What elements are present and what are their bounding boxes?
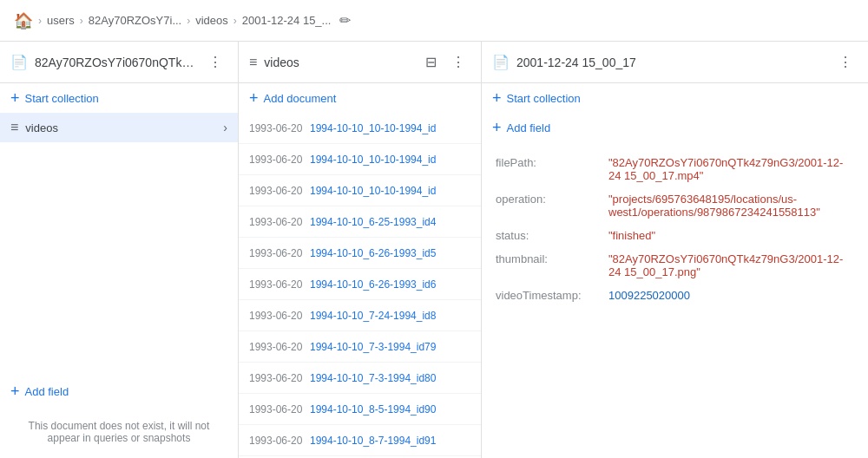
doc-name: 1994-10-10_6-25-1993_id4 <box>310 216 436 228</box>
main-layout: 📄 82Ay70RZOsY7i0670nQTk4z79nG3 ⋮ + Start… <box>0 42 868 458</box>
field-value: "projects/695763648195/locations/us-west… <box>608 193 854 219</box>
start-collection-label-right: Start collection <box>507 92 581 105</box>
doc-date: 1993-06-20 <box>249 185 310 197</box>
field-key: filePath: <box>496 156 608 169</box>
panel-left-title: 82Ay70RZOsY7i0670nQTk4z79nG3 <box>35 56 196 69</box>
add-document-label: Add document <box>264 92 337 105</box>
list-item[interactable]: 1993-06-201994-10-10_8-7-1994_id91 <box>239 425 481 456</box>
doc-date: 1993-06-20 <box>249 278 310 291</box>
breadcrumb-bar: 🏠 › users › 82Ay70RZOsY7i... › videos › … <box>0 0 868 42</box>
field-value: "82Ay70RZOsY7i0670nQTk4z79nG3/2001-12-24… <box>608 252 854 278</box>
breadcrumb-user-id[interactable]: 82Ay70RZOsY7i... <box>89 14 181 27</box>
list-item[interactable]: 1993-06-201994-10-10_7-3-1994_id79 <box>239 331 481 363</box>
plus-icon-field-left: + <box>10 383 20 399</box>
plus-icon-add-field-right: + <box>492 120 502 135</box>
add-document-button[interactable]: + Add document <box>239 83 481 113</box>
field-row: filePath:"82Ay70RZOsY7i0670nQTk4z79nG3/2… <box>496 156 854 182</box>
panel-left: 📄 82Ay70RZOsY7i0670nQTk4z79nG3 ⋮ + Start… <box>0 42 239 458</box>
filter-button[interactable]: ⊟ <box>418 50 443 75</box>
plus-icon-left: + <box>10 90 20 106</box>
field-value: "finished" <box>608 229 655 242</box>
field-key: status: <box>496 229 608 242</box>
panel-mid: ≡ videos ⊟ ⋮ + Add document 1993-06-2019… <box>239 42 482 458</box>
doc-date: 1993-06-20 <box>249 122 310 134</box>
doc-name: 1994-10-10_7-3-1994_id79 <box>310 341 436 353</box>
panel-mid-title: videos <box>264 56 411 69</box>
doc-name: 1994-10-10_6-26-1993_id6 <box>310 278 436 291</box>
home-icon[interactable]: 🏠 <box>14 11 33 30</box>
doc-date: 1993-06-20 <box>249 435 310 447</box>
doc-date: 1993-06-20 <box>249 341 310 353</box>
doc-name: 1994-10-10_6-26-1993_id5 <box>310 247 436 259</box>
doc-date: 1993-06-20 <box>249 154 310 166</box>
list-item[interactable]: 1993-06-201994-10-10_10-10-1994_id <box>239 144 481 175</box>
collection-arrow-icon: › <box>223 121 227 134</box>
doc-name: 1994-10-10_10-10-1994_id <box>310 122 436 134</box>
start-collection-button[interactable]: + Start collection <box>0 83 238 113</box>
breadcrumb-sep-3: › <box>233 15 237 27</box>
collection-icon: ≡ <box>10 120 18 135</box>
panel-mid-actions: ⊟ ⋮ <box>418 50 470 75</box>
field-key: videoTimestamp: <box>496 289 608 302</box>
doc-name: 1994-10-10_8-5-1994_id90 <box>310 403 436 415</box>
panel-right-header: 📄 2001-12-24 15_00_17 ⋮ <box>482 42 868 83</box>
panel-left-actions: ⋮ <box>203 50 227 75</box>
field-key: thumbnail: <box>496 252 608 265</box>
doc-icon-left: 📄 <box>10 54 28 70</box>
panel-right: 📄 2001-12-24 15_00_17 ⋮ + Start collecti… <box>482 42 868 458</box>
panel-right-menu-button[interactable]: ⋮ <box>833 50 858 75</box>
plus-icon-right: + <box>492 90 502 106</box>
list-item[interactable]: 1993-06-201994-10-10_8-5-1994_id90 <box>239 394 481 425</box>
list-item[interactable]: 1993-06-201994-10-10_6-26-1993_id5 <box>239 238 481 269</box>
list-item[interactable]: 1993-06-201994-10-10_7-3-1994_id80 <box>239 363 481 394</box>
field-row: status:"finished" <box>496 229 854 242</box>
panel-mid-menu-button[interactable]: ⋮ <box>446 50 470 75</box>
doc-date: 1993-06-20 <box>249 216 310 228</box>
panel-left-menu-button[interactable]: ⋮ <box>203 50 227 75</box>
list-item[interactable]: 1993-06-201994-10-10_6-25-1993_id4 <box>239 206 481 238</box>
doc-date: 1993-06-20 <box>249 372 310 384</box>
plus-icon-mid: + <box>249 90 259 106</box>
add-field-button-right[interactable]: + Add field <box>482 113 868 142</box>
videos-collection-item[interactable]: ≡ videos › <box>0 113 238 142</box>
panel-left-header: 📄 82Ay70RZOsY7i0670nQTk4z79nG3 ⋮ <box>0 42 238 83</box>
field-row: thumbnail:"82Ay70RZOsY7i0670nQTk4z79nG3/… <box>496 252 854 278</box>
field-value: 1009225020000 <box>608 289 690 302</box>
field-key: operation: <box>496 193 608 206</box>
field-value: "82Ay70RZOsY7i0670nQTk4z79nG3/2001-12-24… <box>608 156 854 182</box>
add-field-button-left[interactable]: + Add field <box>0 376 238 406</box>
fields-area: filePath:"82Ay70RZOsY7i0670nQTk4z79nG3/2… <box>482 142 868 458</box>
document-list: 1993-06-201994-10-10_10-10-1994_id1993-0… <box>239 113 481 458</box>
breadcrumb-videos[interactable]: videos <box>195 14 228 27</box>
list-item[interactable]: 1993-06-201994-10-10_10-10-1994_id <box>239 175 481 206</box>
collection-icon-mid: ≡ <box>249 55 257 70</box>
doc-notice: This document does not exist, it will no… <box>0 406 238 458</box>
list-item[interactable]: 1993-06-201994-10-10_7-24-1994_id8 <box>239 300 481 331</box>
panel-right-title: 2001-12-24 15_00_17 <box>516 56 826 69</box>
doc-date: 1993-06-20 <box>249 310 310 322</box>
list-item[interactable]: 1993-06-201994-10-10_6-26-1993_id6 <box>239 269 481 300</box>
breadcrumb-users[interactable]: users <box>47 14 75 27</box>
edit-icon[interactable]: ✏ <box>339 12 351 29</box>
panel-right-actions: ⋮ <box>833 50 858 75</box>
doc-name: 1994-10-10_7-24-1994_id8 <box>310 310 436 322</box>
doc-icon-right: 📄 <box>492 54 510 70</box>
doc-date: 1993-06-20 <box>249 403 310 415</box>
field-row: operation:"projects/695763648195/locatio… <box>496 193 854 219</box>
doc-date: 1993-06-20 <box>249 247 310 259</box>
breadcrumb-doc[interactable]: 2001-12-24 15_... <box>242 14 332 27</box>
breadcrumb-sep-0: › <box>38 15 42 27</box>
panel-mid-header: ≡ videos ⊟ ⋮ <box>239 42 481 83</box>
start-collection-label: Start collection <box>25 92 99 105</box>
add-field-label-left: Add field <box>25 385 69 398</box>
doc-name: 1994-10-10_10-10-1994_id <box>310 185 436 197</box>
breadcrumb-sep-2: › <box>187 15 190 27</box>
field-row: videoTimestamp:1009225020000 <box>496 289 854 302</box>
doc-name: 1994-10-10_7-3-1994_id80 <box>310 372 436 384</box>
start-collection-button-right[interactable]: + Start collection <box>482 83 868 113</box>
doc-name: 1994-10-10_10-10-1994_id <box>310 154 436 166</box>
collection-label: videos <box>25 121 223 134</box>
doc-name: 1994-10-10_8-7-1994_id91 <box>310 435 436 447</box>
list-item[interactable]: 1993-06-201994-10-10_10-10-1994_id <box>239 113 481 144</box>
add-field-label-right: Add field <box>507 121 551 134</box>
